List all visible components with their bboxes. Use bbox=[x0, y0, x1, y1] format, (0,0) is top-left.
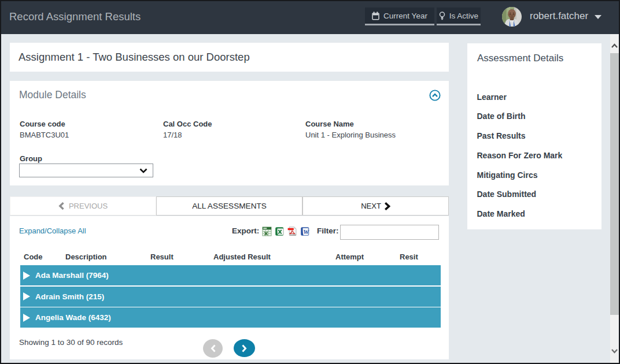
svg-text:W: W bbox=[303, 228, 309, 235]
